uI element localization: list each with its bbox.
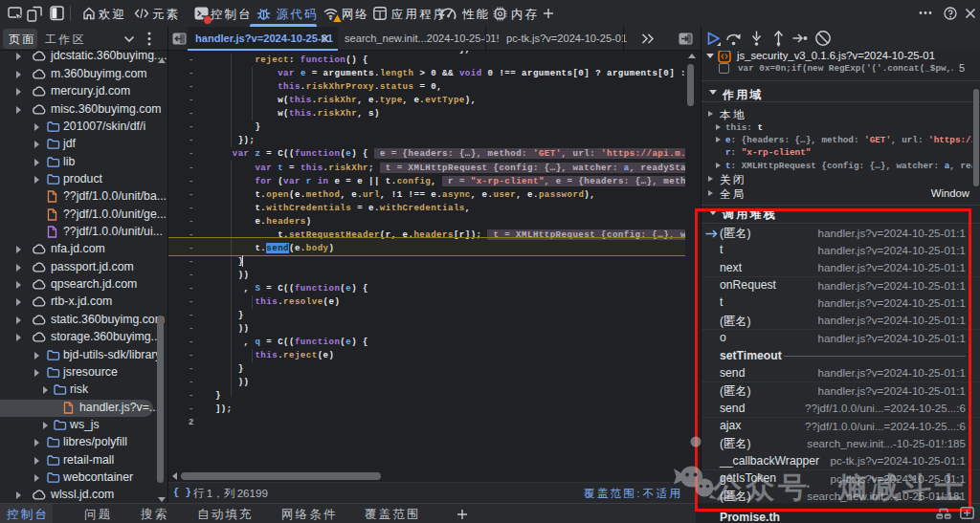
svg-text:·: · <box>806 478 811 494</box>
svg-text:公众号: 公众号 <box>712 471 811 503</box>
svg-text:熵减斗士: 熵减斗士 <box>837 471 967 503</box>
